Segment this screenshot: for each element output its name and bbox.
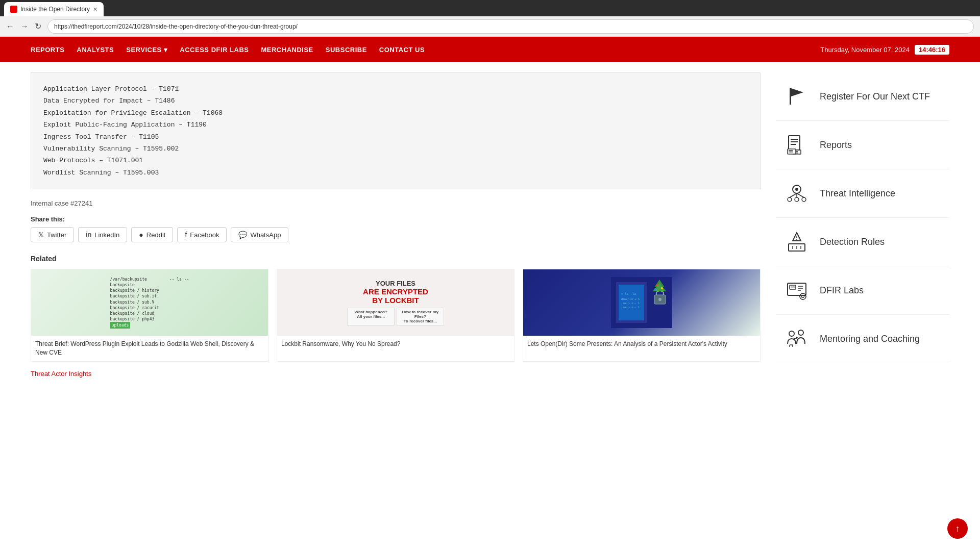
svg-point-13: [654, 288, 656, 290]
svg-point-12: [661, 287, 663, 289]
sidebar-item-mentoring[interactable]: Mentoring and Coaching: [776, 315, 949, 363]
related-card-3[interactable]: > ls -la drwxr-xr-x 5 -rw-r--r-- 1 -rw-r…: [523, 269, 761, 362]
related-card-3-image: > ls -la drwxr-xr-x 5 -rw-r--r-- 1 -rw-r…: [523, 269, 760, 336]
svg-point-54: [798, 330, 803, 335]
svg-point-28: [788, 197, 792, 202]
tab-title: Inside the Open Directory: [20, 6, 90, 13]
site-nav: REPORTS ANALYSTS SERVICES ▾ ACCESS DFIR …: [0, 37, 980, 62]
tab-close-button[interactable]: ✕: [93, 6, 97, 13]
svg-text:> ls -la: > ls -la: [621, 292, 636, 295]
code-line-3: Exploitation for Privilege Escalation – …: [43, 107, 748, 119]
whatsapp-share-button[interactable]: 💬 WhatsApp: [231, 227, 288, 242]
svg-rect-46: [791, 286, 795, 288]
related-label: Related: [31, 255, 761, 263]
nav-analysts[interactable]: ANALYSTS: [77, 46, 114, 54]
share-buttons: 𝕏 Twitter in LinkedIn ● Reddit f Faceboo…: [31, 227, 761, 242]
svg-text:-rw-r--r-- 1: -rw-r--r-- 1: [621, 302, 640, 305]
svg-point-30: [802, 197, 806, 202]
flag-icon: [784, 84, 810, 109]
sidebar-reports-label: Reports: [820, 140, 852, 151]
code-line-4: Exploit Public-Facing Application – T119…: [43, 119, 748, 131]
linkedin-icon: in: [86, 231, 91, 239]
sidebar-item-dfir-labs[interactable]: DFIR Labs: [776, 266, 949, 315]
whatsapp-icon: 💬: [238, 231, 247, 239]
svg-rect-19: [791, 144, 796, 145]
sidebar: Register For Our Next CTF Reports: [776, 72, 949, 378]
sidebar-item-ctf[interactable]: Register For Our Next CTF: [776, 72, 949, 121]
forward-button[interactable]: →: [20, 22, 29, 31]
related-card-1-title: Threat Brief: WordPress Plugin Exploit L…: [31, 336, 268, 361]
svg-point-48: [802, 295, 804, 298]
svg-line-33: [797, 193, 804, 197]
nav-access-dfir-labs[interactable]: ACCESS DFIR LABS: [180, 46, 249, 54]
nav-services[interactable]: SERVICES ▾: [126, 46, 167, 54]
svg-point-37: [796, 239, 797, 240]
svg-rect-25: [789, 152, 793, 153]
facebook-share-button[interactable]: f Facebook: [177, 227, 227, 242]
sidebar-item-threat-intel[interactable]: Threat Intelligence: [776, 169, 949, 218]
related-card-2[interactable]: YOUR FILES ARE ENCRYPTEDBY LOCKBIT What …: [277, 269, 514, 362]
internal-case: Internal case #27241: [31, 199, 761, 207]
nav-date: Thursday, November 07, 2024: [820, 46, 910, 54]
code-line-7: Web Protocols – T1071.001: [43, 155, 748, 166]
svg-point-8: [658, 298, 662, 301]
nav-links: REPORTS ANALYSTS SERVICES ▾ ACCESS DFIR …: [31, 46, 425, 54]
refresh-button[interactable]: ↻: [35, 21, 41, 31]
nav-subscribe[interactable]: SUBSCRIBE: [326, 46, 367, 54]
related-section: Related /var/backupsite-- ls -- backupsi…: [31, 255, 761, 378]
related-card-3-title: Lets Open(Dir) Some Presents: An Analysi…: [523, 336, 760, 353]
sidebar-ctf-label: Register For Our Next CTF: [820, 91, 930, 102]
address-input[interactable]: [47, 19, 974, 34]
threat-intel-icon: [784, 181, 810, 206]
share-label: Share this:: [31, 215, 761, 223]
svg-text:-rw-r--r-- 1: -rw-r--r-- 1: [621, 306, 640, 309]
sidebar-dfir-labs-label: DFIR Labs: [820, 285, 864, 296]
twitter-share-button[interactable]: 𝕏 Twitter: [31, 227, 74, 242]
twitter-icon: 𝕏: [38, 231, 44, 239]
related-grid: /var/backupsite-- ls -- backupsite backu…: [31, 269, 761, 362]
related-card-1-image: /var/backupsite-- ls -- backupsite backu…: [31, 269, 268, 336]
code-line-5: Ingress Tool Transfer – T1105: [43, 131, 748, 143]
nav-merchandise[interactable]: MERCHANDISE: [261, 46, 313, 54]
detection-rules-icon: [784, 229, 810, 255]
svg-point-27: [795, 188, 798, 191]
svg-text:drwxr-xr-x 5: drwxr-xr-x 5: [621, 297, 640, 300]
related-card-2-image: YOUR FILES ARE ENCRYPTEDBY LOCKBIT What …: [277, 269, 514, 336]
svg-rect-14: [790, 88, 791, 105]
facebook-icon: f: [185, 231, 187, 239]
svg-marker-56: [796, 337, 798, 339]
related-card-2-title: Lockbit Ransomware, Why You No Spread?: [277, 336, 514, 353]
nav-reports[interactable]: REPORTS: [31, 46, 64, 54]
code-line-2: Data Encrypted for Impact – T1486: [43, 95, 748, 107]
code-line-1: Application Layer Protocol – T1071: [43, 83, 748, 95]
svg-rect-17: [791, 139, 798, 140]
svg-point-11: [656, 284, 658, 286]
svg-rect-16: [789, 136, 800, 150]
threat-actor-link[interactable]: Threat Actor Insights: [31, 370, 91, 378]
code-line-8: Wordlist Scanning – T1595.003: [43, 167, 748, 179]
svg-point-47: [800, 293, 806, 299]
code-block: Application Layer Protocol – T1071 Data …: [31, 72, 761, 189]
sidebar-threat-intel-label: Threat Intelligence: [820, 188, 895, 199]
svg-rect-18: [791, 141, 798, 142]
sidebar-item-detection-rules[interactable]: Detection Rules: [776, 218, 949, 266]
content-area: Application Layer Protocol – T1071 Data …: [31, 72, 761, 378]
sidebar-detection-rules-label: Detection Rules: [820, 237, 885, 247]
nav-clock: 14:46:16: [915, 45, 949, 55]
reports-icon: [784, 132, 810, 158]
svg-point-53: [789, 331, 794, 336]
reddit-share-button[interactable]: ● Reddit: [131, 227, 173, 242]
svg-point-29: [795, 197, 799, 202]
sidebar-mentoring-label: Mentoring and Coaching: [820, 334, 920, 344]
svg-marker-15: [791, 88, 803, 96]
reddit-icon: ●: [139, 231, 143, 239]
svg-line-31: [790, 193, 797, 197]
nav-time: Thursday, November 07, 2024 14:46:16: [820, 45, 949, 55]
sidebar-item-reports[interactable]: Reports: [776, 121, 949, 169]
related-card-1[interactable]: /var/backupsite-- ls -- backupsite backu…: [31, 269, 268, 362]
nav-contact-us[interactable]: CONTACT US: [379, 46, 425, 54]
tab-favicon: [10, 6, 17, 13]
code-line-6: Vulnerability Scanning – T1595.002: [43, 143, 748, 155]
linkedin-share-button[interactable]: in LinkedIn: [78, 227, 127, 242]
back-button[interactable]: ←: [6, 22, 14, 31]
